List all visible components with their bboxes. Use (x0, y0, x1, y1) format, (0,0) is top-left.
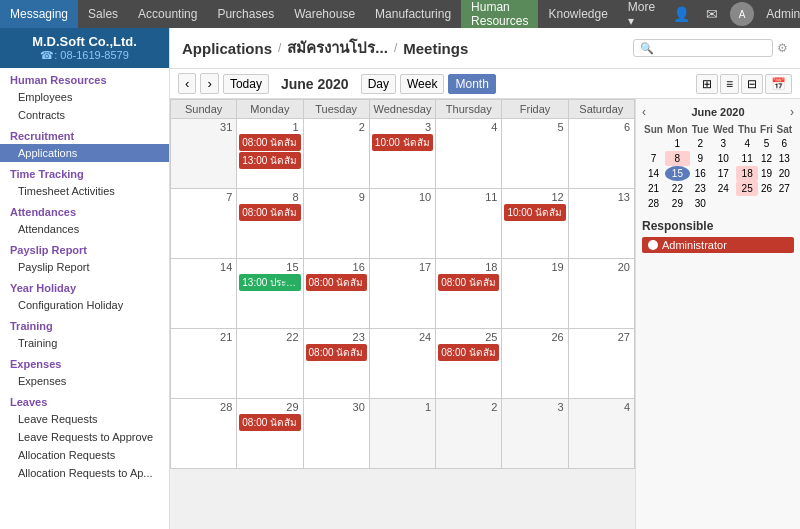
breadcrumb-part-1[interactable]: สมัครงานโปร... (287, 36, 388, 60)
cal-cell-4[interactable]: 4 (568, 399, 634, 469)
cal-cell-16[interactable]: 1608:00 นัดสัม (303, 259, 369, 329)
calendar-event[interactable]: 08:00 นัดสัม (239, 204, 300, 221)
calendar-event[interactable]: 08:00 นัดสัม (438, 344, 499, 361)
sidebar-item-leave-requests[interactable]: Leave Requests (0, 410, 169, 428)
mini-cal-cell[interactable]: 17 (711, 166, 736, 181)
mini-cal-cell[interactable]: 4 (736, 136, 758, 151)
responsible-item[interactable]: Administrator (642, 237, 794, 253)
mini-cal-cell[interactable]: 21 (642, 181, 665, 196)
cal-cell-2[interactable]: 2 (303, 119, 369, 189)
cal-cell-10[interactable]: 10 (369, 189, 435, 259)
next-button[interactable]: › (200, 73, 218, 94)
breadcrumb-part-0[interactable]: Applications (182, 40, 272, 57)
mini-cal-cell[interactable]: 1 (665, 136, 690, 151)
prev-button[interactable]: ‹ (178, 73, 196, 94)
nav-manufacturing[interactable]: Manufacturing (365, 0, 461, 28)
mini-cal-cell[interactable]: 19 (758, 166, 774, 181)
cal-cell-24[interactable]: 24 (369, 329, 435, 399)
cal-cell-30[interactable]: 30 (303, 399, 369, 469)
cal-cell-7[interactable]: 7 (171, 189, 237, 259)
sidebar-item-employees[interactable]: Employees (0, 88, 169, 106)
mail-icon[interactable]: ✉ (698, 6, 726, 22)
cal-cell-1[interactable]: 108:00 นัดสัม13:00 นัดสัม (237, 119, 303, 189)
day-view-button[interactable]: Day (361, 74, 396, 94)
nav-purchases[interactable]: Purchases (207, 0, 284, 28)
user-icon[interactable]: 👤 (665, 6, 698, 22)
cal-cell-13[interactable]: 13 (568, 189, 634, 259)
mini-cal-cell[interactable]: 11 (736, 151, 758, 166)
sidebar-item-allocation-requests-to-ap...[interactable]: Allocation Requests to Ap... (0, 464, 169, 482)
nav-accounting[interactable]: Accounting (128, 0, 207, 28)
calendar-event[interactable]: 08:00 นัดสัม (438, 274, 499, 291)
cal-cell-15[interactable]: 1513:00 ประชุม (237, 259, 303, 329)
mini-cal-cell[interactable]: 13 (775, 151, 794, 166)
cal-cell-28[interactable]: 28 (171, 399, 237, 469)
month-view-button[interactable]: Month (448, 74, 495, 94)
cal-cell-8[interactable]: 808:00 นัดสัม (237, 189, 303, 259)
nav-warehouse[interactable]: Warehouse (284, 0, 365, 28)
mini-cal-cell[interactable]: 16 (690, 166, 711, 181)
mini-cal-cell[interactable]: 28 (642, 196, 665, 211)
cal-cell-6[interactable]: 6 (568, 119, 634, 189)
cal-cell-3[interactable]: 3 (502, 399, 568, 469)
settings-icon[interactable]: ⚙ (777, 41, 788, 55)
cal-cell-26[interactable]: 26 (502, 329, 568, 399)
sidebar-item-expenses[interactable]: Expenses (0, 372, 169, 390)
cal-cell-20[interactable]: 20 (568, 259, 634, 329)
cal-cell-11[interactable]: 11 (436, 189, 502, 259)
sidebar-item-contracts[interactable]: Contracts (0, 106, 169, 124)
cal-cell-14[interactable]: 14 (171, 259, 237, 329)
calendar-event[interactable]: 08:00 นัดสัม (306, 344, 367, 361)
cal-cell-29[interactable]: 2908:00 นัดสัม (237, 399, 303, 469)
avatar[interactable]: A (730, 2, 754, 26)
mini-cal-cell[interactable]: 5 (758, 136, 774, 151)
today-button[interactable]: Today (223, 74, 269, 94)
mini-cal-cell[interactable]: 7 (642, 151, 665, 166)
mini-cal-cell[interactable]: 25 (736, 181, 758, 196)
nav-human-resources[interactable]: Human Resources (461, 0, 538, 28)
grid-view-button[interactable]: ⊟ (741, 74, 763, 94)
cal-cell-19[interactable]: 19 (502, 259, 568, 329)
sidebar-item-timesheet-activities[interactable]: Timesheet Activities (0, 182, 169, 200)
mini-cal-cell[interactable]: 23 (690, 181, 711, 196)
mini-cal-cell[interactable]: 6 (775, 136, 794, 151)
nav-more[interactable]: More ▾ (618, 0, 665, 28)
sidebar-item-payslip-report[interactable]: Payslip Report (0, 258, 169, 276)
cal-cell-18[interactable]: 1808:00 นัดสัม (436, 259, 502, 329)
week-view-button[interactable]: Week (400, 74, 444, 94)
mini-cal-cell[interactable]: 10 (711, 151, 736, 166)
cal-cell-12[interactable]: 1210:00 นัดสัม (502, 189, 568, 259)
sidebar-item-leave-requests-to-approve[interactable]: Leave Requests to Approve (0, 428, 169, 446)
cal-view-button[interactable]: 📅 (765, 74, 792, 94)
cal-cell-27[interactable]: 27 (568, 329, 634, 399)
cal-cell-22[interactable]: 22 (237, 329, 303, 399)
list-view-button[interactable]: ≡ (720, 74, 739, 94)
sidebar-item-training[interactable]: Training (0, 334, 169, 352)
mini-cal-cell[interactable]: 20 (775, 166, 794, 181)
calendar-event[interactable]: 13:00 นัดสัม (239, 152, 300, 169)
mini-cal-cell[interactable]: 14 (642, 166, 665, 181)
mini-cal-cell[interactable]: 12 (758, 151, 774, 166)
calendar-event[interactable]: 13:00 ประชุม (239, 274, 300, 291)
sidebar-item-allocation-requests[interactable]: Allocation Requests (0, 446, 169, 464)
mini-cal-cell[interactable]: 18 (736, 166, 758, 181)
cal-cell-1[interactable]: 1 (369, 399, 435, 469)
nav-knowledge[interactable]: Knowledge (538, 0, 617, 28)
search-input[interactable] (633, 39, 773, 57)
cal-cell-3[interactable]: 310:00 นัดสัม (369, 119, 435, 189)
mini-cal-cell[interactable]: 2 (690, 136, 711, 151)
sidebar-item-attendances[interactable]: Attendances (0, 220, 169, 238)
mini-cal-cell[interactable]: 8 (665, 151, 690, 166)
mini-next-icon[interactable]: › (790, 105, 794, 119)
calendar-event[interactable]: 08:00 นัดสัม (239, 134, 300, 151)
mini-prev-icon[interactable]: ‹ (642, 105, 646, 119)
nav-sales[interactable]: Sales (78, 0, 128, 28)
calendar-event[interactable]: 10:00 นัดสัม (504, 204, 565, 221)
mini-cal-cell[interactable]: 22 (665, 181, 690, 196)
cal-cell-31[interactable]: 31 (171, 119, 237, 189)
sidebar-item-applications[interactable]: Applications (0, 144, 169, 162)
cal-cell-4[interactable]: 4 (436, 119, 502, 189)
mini-cal-cell[interactable]: 29 (665, 196, 690, 211)
calendar-event[interactable]: 08:00 นัดสัม (306, 274, 367, 291)
mini-cal-cell[interactable]: 3 (711, 136, 736, 151)
